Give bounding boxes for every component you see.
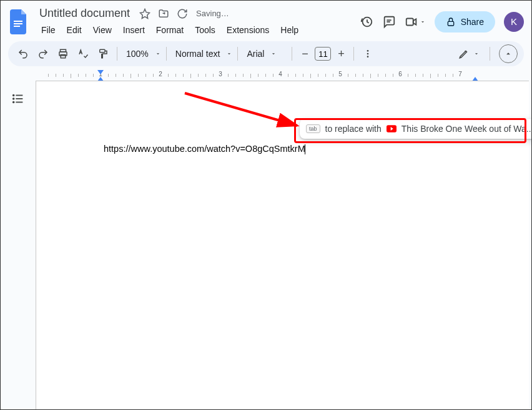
- ruler-number: 4: [278, 71, 282, 78]
- paint-format-button[interactable]: [94, 45, 112, 62]
- svg-point-12: [367, 50, 369, 52]
- menu-view[interactable]: View: [89, 22, 116, 38]
- comment-icon[interactable]: [382, 15, 396, 29]
- ruler[interactable]: 1234567: [1, 71, 531, 80]
- document-title[interactable]: Untitled document: [37, 6, 132, 21]
- history-icon[interactable]: [360, 15, 373, 29]
- ruler-number: 7: [458, 71, 462, 78]
- avatar[interactable]: K: [504, 12, 524, 32]
- meet-icon[interactable]: [405, 15, 426, 29]
- collapse-toolbar-button[interactable]: [499, 44, 518, 63]
- ruler-number: 2: [159, 71, 162, 78]
- ruler-number: 3: [219, 71, 222, 78]
- redo-button[interactable]: [34, 45, 52, 62]
- star-icon[interactable]: [139, 8, 151, 20]
- youtube-icon: [387, 125, 397, 132]
- menu-tools[interactable]: Tools: [190, 22, 220, 38]
- svg-rect-2: [14, 26, 20, 27]
- svg-point-19: [13, 98, 14, 99]
- svg-rect-11: [100, 49, 105, 52]
- menu-format[interactable]: Format: [152, 22, 188, 38]
- svg-rect-0: [14, 21, 22, 22]
- docs-logo-icon[interactable]: [8, 11, 31, 33]
- style-value: Normal text: [172, 49, 224, 59]
- ruler-number: 6: [398, 71, 402, 78]
- ruler-number: 5: [338, 71, 342, 78]
- menu-edit[interactable]: Edit: [62, 22, 86, 38]
- pencil-icon: [458, 48, 470, 59]
- zoom-dropdown[interactable]: 100%: [122, 49, 161, 59]
- menu-insert[interactable]: Insert: [119, 22, 149, 38]
- cloud-status-icon[interactable]: [176, 8, 189, 20]
- svg-rect-7: [448, 21, 453, 26]
- menu-help[interactable]: Help: [276, 22, 303, 38]
- font-dropdown[interactable]: Arial: [243, 49, 287, 59]
- document-page[interactable]: https://www.youtube.com/watch?v=O8gCqSmt…: [36, 81, 529, 409]
- share-button[interactable]: Share: [435, 11, 495, 32]
- spellcheck-button[interactable]: [74, 45, 92, 62]
- undo-button[interactable]: [14, 45, 32, 62]
- menu-file[interactable]: File: [37, 22, 60, 38]
- svg-point-18: [13, 95, 14, 96]
- menu-extensions[interactable]: Extensions: [222, 22, 273, 38]
- smart-chip-suggestion[interactable]: tab to replace with This Broke One Week …: [300, 119, 531, 139]
- lock-icon: [446, 17, 456, 27]
- svg-point-20: [13, 102, 14, 103]
- svg-point-13: [367, 53, 369, 55]
- toolbar: 100% Normal text Arial − +: [8, 41, 524, 66]
- move-folder-icon[interactable]: [157, 8, 170, 20]
- font-size-decrease[interactable]: −: [297, 46, 312, 61]
- chip-link-title: This Broke One Week out of Wa...: [401, 124, 531, 134]
- svg-point-14: [367, 56, 369, 58]
- font-size-control: − +: [297, 46, 348, 61]
- left-indent-marker[interactable]: [97, 70, 104, 74]
- editing-mode-dropdown[interactable]: [453, 48, 485, 59]
- print-button[interactable]: [54, 45, 72, 62]
- font-size-input[interactable]: [315, 47, 331, 61]
- svg-rect-6: [406, 18, 413, 25]
- outline-toggle-button[interactable]: [11, 92, 25, 409]
- chevron-down-icon: [155, 51, 161, 57]
- chip-prompt-text: to replace with: [325, 124, 382, 134]
- svg-rect-1: [14, 23, 22, 24]
- menu-bar: File Edit View Insert Format Tools Exten…: [37, 21, 355, 38]
- save-status: Saving…: [196, 9, 229, 18]
- chevron-down-icon: [226, 51, 232, 57]
- more-tools-button[interactable]: [359, 45, 377, 62]
- document-body-text[interactable]: https://www.youtube.com/watch?v=O8gCqSmt…: [104, 144, 305, 154]
- zoom-value: 100%: [122, 49, 152, 59]
- tab-key-icon: tab: [306, 124, 320, 133]
- title-bar: Untitled document Saving… File Edit View…: [1, 1, 531, 38]
- share-label: Share: [461, 17, 484, 27]
- font-value: Arial: [243, 49, 268, 59]
- style-dropdown[interactable]: Normal text: [172, 49, 233, 59]
- font-size-increase[interactable]: +: [333, 46, 348, 61]
- chevron-down-icon: [270, 51, 277, 57]
- chevron-down-icon: [473, 51, 480, 57]
- text-cursor: [305, 144, 305, 154]
